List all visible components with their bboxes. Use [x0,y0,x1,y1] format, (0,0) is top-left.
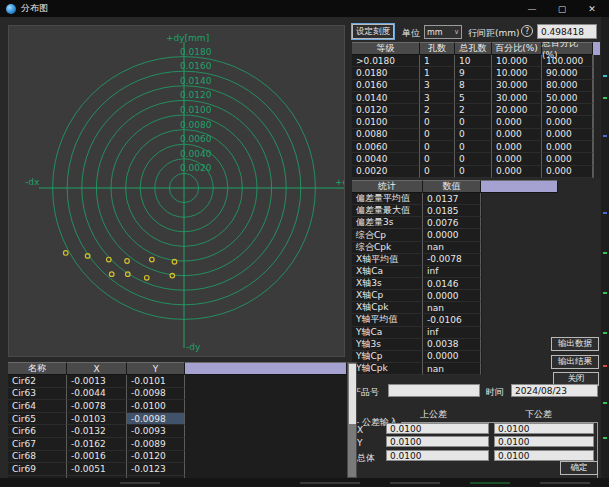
table-cell[interactable]: Cir67 [8,438,67,451]
data-point[interactable] [150,257,155,262]
data-point[interactable] [63,251,68,256]
table-cell[interactable]: nan [423,302,481,314]
table-cell[interactable]: 0.0160 [352,80,420,92]
stats-row[interactable]: Y轴平均值-0.0106 [352,314,482,326]
unit-select[interactable]: mm ∨ [424,25,462,39]
minimize-button[interactable]: — [517,0,547,17]
table-cell[interactable]: -0.0101 [127,375,185,388]
table-cell[interactable]: -0.0078 [423,254,481,266]
table-cell[interactable]: 9 [455,67,492,79]
table-cell[interactable]: Cir62 [8,375,67,388]
stats-row[interactable]: X轴Cpknan [352,302,482,314]
table-cell[interactable]: 30.000 [492,92,542,104]
table-cell[interactable]: 10 [455,55,492,67]
table-cell[interactable]: 0.000 [492,116,542,128]
stats-row[interactable]: Y轴3s0.0038 [352,339,482,351]
points-row[interactable]: Cir64-0.0078-0.0100 [8,400,186,413]
table-cell[interactable]: -0.0098 [127,388,185,401]
grade-header-row[interactable]: 等级孔数总孔数百分比(%)总百分比(%) [352,42,593,55]
table-cell[interactable]: 0.000 [492,166,542,178]
table-cell[interactable]: 0.0040 [352,153,420,165]
grade-row[interactable]: 0.0040000.0000.000 [352,153,593,165]
table-cell[interactable]: 3 [420,92,455,104]
table-cell[interactable]: 50.000 [542,92,593,104]
maximize-button[interactable]: ▢ [547,0,577,17]
table-cell[interactable]: 0.0120 [352,104,420,116]
table-cell[interactable]: 10.000 [492,55,542,67]
points-header-row[interactable]: 名称XY [8,362,348,375]
table-cell[interactable]: 0.000 [542,116,593,128]
stats-row[interactable]: X轴3s0.0146 [352,278,482,290]
data-point[interactable] [144,275,149,280]
table-cell[interactable]: 0.000 [542,141,593,153]
data-point[interactable] [109,272,114,277]
table-cell[interactable]: -0.0013 [67,375,127,388]
table-cell[interactable]: 0 [420,116,455,128]
table-cell[interactable]: -0.0120 [127,451,185,464]
table-cell[interactable]: Cir65 [8,413,67,426]
close-window-button[interactable]: ✕ [577,0,607,17]
table-cell[interactable]: 0.0000 [423,229,481,241]
table-cell[interactable]: Cir63 [8,388,67,401]
tolerance-Y-upper-input[interactable] [386,436,489,447]
table-cell[interactable]: X轴Cpk [352,302,423,314]
table-cell[interactable]: 0.0137 [423,193,481,205]
table-cell[interactable]: Cir64 [8,400,67,413]
table-cell[interactable]: 1 [420,67,455,79]
table-cell[interactable]: 0.000 [492,153,542,165]
table-cell[interactable]: Cir69 [8,463,67,476]
stats-row[interactable]: Y轴Cpknan [352,363,482,375]
points-row[interactable]: Cir69-0.0051-0.0123 [8,463,186,476]
table-cell[interactable]: 0.0080 [352,129,420,141]
table-cell[interactable]: 0.0020 [352,166,420,178]
stats-row[interactable]: 综合Cpknan [352,242,482,254]
row-spacing-input[interactable] [537,24,597,39]
grade-row[interactable]: 0.0060000.0000.000 [352,141,593,153]
help-icon[interactable]: ? [521,25,533,37]
ok-button[interactable]: 确定 [560,461,598,475]
table-cell[interactable]: 综合Cpk [352,242,423,254]
table-cell[interactable]: -0.0016 [67,451,127,464]
table-cell[interactable]: 10.000 [492,67,542,79]
table-cell[interactable]: -0.0106 [423,314,481,326]
table-cell[interactable]: 0.0146 [423,278,481,290]
table-cell[interactable]: -0.0123 [127,463,185,476]
table-cell[interactable]: 100.000 [542,55,593,67]
grade-row[interactable]: 0.0020000.0000.000 [352,166,593,178]
table-cell[interactable]: >0.0180 [352,55,420,67]
table-cell[interactable]: 0.0000 [423,290,481,302]
points-row[interactable]: Cir63-0.0044-0.0098 [8,388,186,401]
stats-row[interactable]: 偏差量最大值0.0185 [352,205,482,217]
table-cell[interactable]: -0.0162 [67,438,127,451]
table-cell[interactable]: -0.0051 [67,463,127,476]
table-cell[interactable]: 0.000 [492,129,542,141]
points-row[interactable]: Cir68-0.0016-0.0120 [8,451,186,464]
tolerance-Y-lower-input[interactable] [494,436,594,447]
table-cell[interactable]: 0.0140 [352,92,420,104]
table-cell[interactable]: 1 [420,55,455,67]
points-row[interactable]: Cir62-0.0013-0.0101 [8,375,186,388]
table-cell[interactable]: -0.0132 [67,425,127,438]
table-cell[interactable]: X轴Ca [352,266,423,278]
table-cell[interactable]: Y轴Cpk [352,363,423,375]
table-cell[interactable]: -0.0078 [67,400,127,413]
tolerance-总体-lower-input[interactable] [494,450,594,461]
table-cell[interactable]: inf [423,266,481,278]
data-point[interactable] [170,273,175,278]
table-cell[interactable]: 偏差量最大值 [352,205,423,217]
data-point[interactable] [125,259,130,264]
table-cell[interactable]: 0.0038 [423,339,481,351]
table-cell[interactable]: 30.000 [492,80,542,92]
tolerance-X-upper-input[interactable] [386,423,489,434]
table-cell[interactable]: 偏差量3s [352,217,423,229]
table-cell[interactable]: 0.0076 [423,217,481,229]
table-cell[interactable]: 0 [455,141,492,153]
table-cell[interactable]: 90.000 [542,67,593,79]
table-cell[interactable]: -0.0044 [67,388,127,401]
table-cell[interactable]: X轴3s [352,278,423,290]
table-cell[interactable]: X轴Cp [352,290,423,302]
table-cell[interactable]: 0 [455,129,492,141]
table-cell[interactable]: 2 [420,104,455,116]
table-cell[interactable]: inf [423,327,481,339]
time-input[interactable] [511,384,598,397]
